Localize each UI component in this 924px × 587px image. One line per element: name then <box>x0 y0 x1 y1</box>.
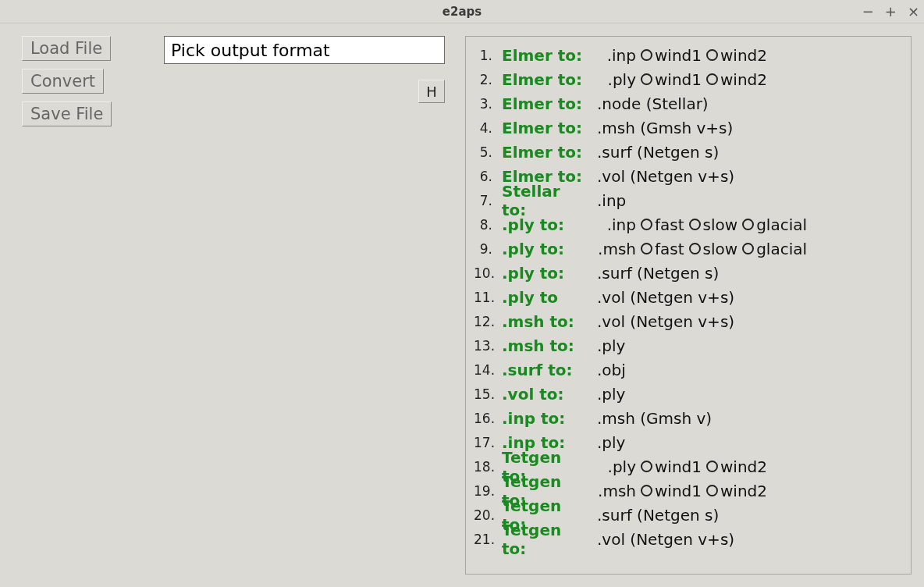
row-number: 14. <box>474 362 497 378</box>
row-ext-label: .msh <box>589 240 639 258</box>
format-option[interactable]: .ply <box>589 336 625 355</box>
format-sub-option[interactable]: glacial <box>742 215 807 234</box>
row-number: 18. <box>474 459 497 475</box>
row-number: 6. <box>474 169 497 184</box>
format-sub-option[interactable]: wind1 <box>641 70 702 89</box>
window-title: e2aps <box>442 5 482 19</box>
format-option[interactable]: .vol (Netgen v+s) <box>589 530 734 549</box>
radio-icon <box>689 243 701 254</box>
row-number: 16. <box>474 411 497 426</box>
format-option[interactable]: .vol (Netgen v+s) <box>589 288 734 307</box>
row-number: 10. <box>474 265 497 281</box>
save-file-button[interactable]: Save File <box>22 101 112 126</box>
help-button[interactable]: H <box>418 80 445 103</box>
row-ext-label: .surf (Netgen s) <box>594 264 719 283</box>
maximize-icon[interactable]: + <box>885 5 897 19</box>
titlebar: e2aps − + × <box>0 0 924 23</box>
close-icon[interactable]: × <box>908 5 919 19</box>
format-sub-option[interactable]: wind2 <box>706 482 767 500</box>
row-source-label: .msh to: <box>497 312 589 331</box>
format-row: 3.Elmer to:.node (Stellar) <box>474 91 903 116</box>
radio-icon <box>641 485 652 496</box>
radio-icon <box>641 219 652 230</box>
format-sub-option[interactable]: slow <box>689 215 738 234</box>
option-label: wind2 <box>720 70 767 89</box>
format-row: 10..ply to:.surf (Netgen s) <box>474 261 903 285</box>
row-number: 17. <box>474 435 497 450</box>
row-ext-label: .ply <box>594 336 625 355</box>
row-source-label: Elmer to: <box>497 143 589 162</box>
format-option[interactable]: .ply <box>589 385 625 404</box>
row-number: 21. <box>474 532 497 547</box>
format-sub-option[interactable]: wind1 <box>641 457 702 476</box>
row-source-label: .ply to <box>497 288 589 307</box>
format-sub-option[interactable]: wind1 <box>641 46 702 65</box>
format-sub-option[interactable]: glacial <box>742 240 807 258</box>
row-ext-label: .vol (Netgen v+s) <box>594 167 734 186</box>
format-option[interactable]: .msh (Gmsh v) <box>589 409 712 428</box>
radio-icon <box>706 49 718 61</box>
format-option[interactable]: .ply <box>589 433 625 452</box>
format-sub-option[interactable]: fast <box>641 240 684 258</box>
format-option[interactable]: .vol (Netgen v+s) <box>589 167 734 186</box>
row-number: 5. <box>474 144 497 160</box>
format-row: 13..msh to:.ply <box>474 333 903 358</box>
row-number: 4. <box>474 120 497 136</box>
format-sub-option[interactable]: slow <box>689 240 738 258</box>
row-number: 19. <box>474 483 497 499</box>
format-list: 1.Elmer to:.inpwind1wind22.Elmer to:.ply… <box>465 36 912 575</box>
format-sub-option[interactable]: wind2 <box>706 70 767 89</box>
minimize-icon[interactable]: − <box>862 5 874 19</box>
option-label: glacial <box>756 215 807 234</box>
format-row: 14..surf to:.obj <box>474 358 903 382</box>
format-option[interactable]: .msh (Gmsh v+s) <box>589 119 733 137</box>
format-row: 21.Tetgen to:.vol (Netgen v+s) <box>474 527 903 551</box>
format-option[interactable]: .obj <box>589 361 626 379</box>
output-format-input[interactable] <box>164 36 445 64</box>
format-row: 12..msh to:.vol (Netgen v+s) <box>474 309 903 333</box>
format-row: 15..vol to:.ply <box>474 382 903 406</box>
row-ext-label: .inp <box>589 215 639 234</box>
load-file-button[interactable]: Load File <box>22 36 111 61</box>
row-number: 12. <box>474 314 497 329</box>
format-sub-option[interactable]: wind2 <box>706 46 767 65</box>
row-source-label: .vol to: <box>497 385 589 404</box>
row-ext-label: .ply <box>589 70 639 89</box>
format-option[interactable]: .surf (Netgen s) <box>589 506 719 525</box>
format-option[interactable]: .surf (Netgen s) <box>589 143 719 162</box>
option-label: wind1 <box>655 457 702 476</box>
convert-button[interactable]: Convert <box>22 69 104 94</box>
format-sub-option[interactable]: wind2 <box>706 457 767 476</box>
radio-icon <box>689 219 701 230</box>
format-sub-option[interactable]: wind1 <box>641 482 702 500</box>
row-number: 8. <box>474 217 497 233</box>
format-option[interactable]: .node (Stellar) <box>589 94 709 113</box>
option-label: wind2 <box>720 482 767 500</box>
format-sub-option[interactable]: fast <box>641 215 684 234</box>
row-options: wind1wind2 <box>641 482 770 500</box>
format-option[interactable]: .vol (Netgen v+s) <box>589 312 734 331</box>
radio-icon <box>641 461 652 472</box>
row-number: 3. <box>474 96 497 112</box>
format-row: 9..ply to:.mshfastslowglacial <box>474 237 903 261</box>
action-column: Load File Convert Save File <box>22 36 147 575</box>
format-option[interactable]: .surf (Netgen s) <box>589 264 719 283</box>
row-number: 20. <box>474 507 497 523</box>
row-options: fastslowglacial <box>641 240 810 258</box>
row-source-label: .surf to: <box>497 361 589 379</box>
option-label: wind1 <box>655 70 702 89</box>
row-ext-label: .vol (Netgen v+s) <box>594 288 734 307</box>
option-label: wind2 <box>720 457 767 476</box>
row-source-label: .msh to: <box>497 336 589 355</box>
option-label: slow <box>703 215 738 234</box>
radio-icon <box>641 243 652 254</box>
row-source-label: .ply to: <box>497 215 589 234</box>
row-ext-label: .inp <box>594 191 626 210</box>
main-content: Load File Convert Save File H 1.Elmer to… <box>0 23 924 587</box>
format-row: 5.Elmer to:.surf (Netgen s) <box>474 140 903 164</box>
format-column: H <box>164 36 445 575</box>
format-option[interactable]: .inp <box>589 191 626 210</box>
format-row: 16..inp to:.msh (Gmsh v) <box>474 406 903 430</box>
row-options: wind1wind2 <box>641 457 770 476</box>
row-number: 2. <box>474 72 497 87</box>
